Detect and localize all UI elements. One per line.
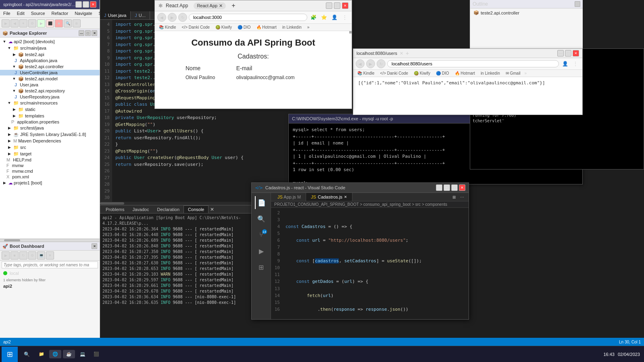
- boot-run-btn[interactable]: ▶: [2, 251, 10, 259]
- tree-help[interactable]: M HELP.md: [0, 157, 100, 163]
- eclipse-win-controls[interactable]: — □ ✕: [75, 1, 96, 8]
- taskbar-terminal[interactable]: ⬛: [90, 350, 102, 358]
- toolbar-btn-debug[interactable]: ⬛: [46, 19, 54, 27]
- h-scrollbar[interactable]: [0, 239, 100, 241]
- h-scrollbar-thumb[interactable]: [100, 202, 124, 205]
- toolbar-btn-2[interactable]: ◀: [10, 19, 19, 27]
- api-maximize[interactable]: □: [565, 50, 571, 56]
- tab-console[interactable]: Console: [183, 205, 208, 213]
- bookmark-dio[interactable]: 🔵 DIO: [236, 25, 252, 30]
- tree-projeto1[interactable]: ▶ ☁ projeto1 [boot]: [0, 180, 100, 186]
- bm-hotmart[interactable]: 🔥 Hotmart: [453, 71, 477, 76]
- vscode-search-icon[interactable]: 🔍: [255, 212, 268, 225]
- tree-user-java[interactable]: J User.java: [0, 82, 100, 88]
- tree-api-app[interactable]: J ApiApplication.java: [0, 58, 100, 63]
- tree-jre[interactable]: ▶ ☕ JRE System Library [JavaSE-1.8]: [0, 131, 100, 138]
- vscode-minimize[interactable]: —: [436, 184, 442, 191]
- vscode-close[interactable]: ✕: [459, 184, 465, 191]
- bookmark-linkedin[interactable]: in Linkedin: [281, 25, 303, 30]
- menu-source[interactable]: Source: [28, 10, 48, 17]
- outline-close[interactable]: ✕: [575, 1, 580, 7]
- tree-user-controller[interactable]: J UserController.java: [0, 70, 100, 75]
- toolbar-btn-4[interactable]: ⚙: [28, 19, 36, 27]
- tree-app-props[interactable]: P application.properties: [0, 119, 100, 125]
- bm-kiwify[interactable]: 🥝 Kiwify: [412, 71, 432, 76]
- api-menu-btn[interactable]: ⋮: [571, 59, 580, 68]
- maximize-btn[interactable]: □: [83, 1, 89, 8]
- editor-h-scrollbar[interactable]: [100, 202, 253, 205]
- pkg-close[interactable]: ✕: [92, 30, 97, 36]
- toolbar-btn-1[interactable]: ▶: [2, 19, 10, 27]
- tree-templates[interactable]: ▶ 📁 templates: [0, 113, 100, 119]
- bookmarks-more[interactable]: »: [306, 25, 311, 30]
- react-browser-minimize[interactable]: —: [326, 2, 332, 9]
- toolbar-btn-3[interactable]: ✦: [19, 19, 27, 27]
- bookmark-hotmart[interactable]: 🔥 Hotmart: [255, 25, 278, 30]
- tree-pkg-api[interactable]: ▶ 📦 teste2.api: [0, 51, 100, 58]
- react-url-bar[interactable]: [189, 14, 307, 21]
- boot-settings-btn[interactable]: ⚙: [28, 251, 36, 259]
- tree-mvnw-cmd[interactable]: F mvnw.cmd: [0, 168, 100, 174]
- api-forward-btn[interactable]: ▶: [366, 59, 375, 68]
- api-tab-close[interactable]: ✕: [400, 51, 403, 56]
- vscode-restore[interactable]: ❐: [444, 184, 450, 191]
- vscode-git-icon[interactable]: ⑂ 14: [255, 228, 268, 241]
- editor-split-btn[interactable]: ⊞: [451, 194, 457, 200]
- vscode-debug-icon[interactable]: ▶: [255, 245, 268, 257]
- tree-mvnw[interactable]: F mvnw: [0, 163, 100, 168]
- tree-src-test[interactable]: ▶ 📁 src/test/java: [0, 125, 100, 131]
- pkg-minimize[interactable]: —: [79, 30, 84, 36]
- bookmark-kindle[interactable]: 📚 Kindle: [157, 25, 178, 30]
- minimize-btn[interactable]: —: [75, 1, 82, 8]
- editor-tab-user-controller[interactable]: J U...: [131, 11, 150, 19]
- tab-problems[interactable]: Problems: [102, 206, 128, 213]
- extensions-btn[interactable]: 🧩: [309, 13, 318, 22]
- tree-src[interactable]: ▶ 📁 src: [0, 144, 100, 151]
- tree-pom[interactable]: X pom.xml: [0, 174, 100, 180]
- boot-server-item[interactable]: local: [0, 269, 100, 277]
- profile-btn[interactable]: 👤: [330, 13, 339, 22]
- api-close[interactable]: ✕: [573, 50, 579, 56]
- h-scrollbar-thumb[interactable]: [4, 239, 20, 241]
- toolbar-btn-5[interactable]: ⊕: [73, 19, 81, 27]
- menu-btn[interactable]: ⋮: [340, 13, 349, 22]
- vscode-extensions-icon[interactable]: ⊞: [255, 261, 268, 274]
- react-browser-close[interactable]: ✕: [342, 2, 348, 9]
- boot-refresh-btn[interactable]: ↻: [19, 251, 27, 259]
- tree-pkg-model[interactable]: ▼ 📦 teste2.api.model: [0, 75, 100, 82]
- tree-user-repo[interactable]: J UserRepository.java: [0, 94, 100, 100]
- refresh-btn[interactable]: ↻: [178, 13, 187, 22]
- toolbar-btn-run[interactable]: ▶: [37, 19, 45, 27]
- api-profile-btn[interactable]: 👤: [561, 59, 569, 68]
- bm-more[interactable]: »: [525, 71, 527, 75]
- menu-edit[interactable]: Edit: [14, 10, 28, 17]
- tab-javadoc[interactable]: Javadoc: [128, 206, 153, 213]
- react-browser-tab[interactable]: React App ✕: [194, 2, 226, 9]
- taskbar-vscode[interactable]: 💻: [77, 350, 89, 358]
- bookmark-danki[interactable]: </> Danki Code: [180, 25, 212, 30]
- tab-declaration[interactable]: Declaration: [153, 206, 183, 213]
- menu-refactor[interactable]: Refactor: [48, 10, 72, 17]
- tree-src-main[interactable]: ▼ 📁 src/main/java: [0, 45, 100, 51]
- api-back-btn[interactable]: ◀: [356, 59, 365, 68]
- start-button[interactable]: ⊞: [2, 347, 18, 362]
- tree-maven[interactable]: ▶ M Maven Dependencies: [0, 138, 100, 144]
- console-close-btn[interactable]: ✕: [210, 207, 214, 212]
- bm-dio[interactable]: 🔵 DIO: [434, 71, 451, 76]
- taskbar-file-explorer[interactable]: 📁: [35, 350, 48, 358]
- outline-item[interactable]: 📦 teste2.api.controller: [473, 10, 579, 15]
- taskbar-eclipse[interactable]: ☕: [63, 350, 75, 358]
- bm-linkedin[interactable]: in Linkedin: [479, 71, 502, 76]
- boot-console-btn[interactable]: 💻: [37, 251, 45, 259]
- tree-static[interactable]: ▶ 📁 static: [0, 106, 100, 113]
- react-browser-maximize[interactable]: □: [334, 2, 340, 9]
- bookmark-kiwify[interactable]: 🥝 Kiwify: [214, 25, 233, 30]
- new-tab-btn[interactable]: +: [231, 2, 235, 9]
- vscode-code-content[interactable]: const Cadastros = () => { const url = "h…: [282, 208, 469, 319]
- toolbar-btn-stop[interactable]: ■: [55, 19, 63, 27]
- bm-danki[interactable]: </> Danki Code: [379, 71, 410, 76]
- pkg-maximize[interactable]: □: [85, 30, 91, 36]
- back-btn[interactable]: ◀: [157, 13, 166, 22]
- boot-close-btn[interactable]: ✕: [92, 243, 97, 249]
- boot-filter-btn[interactable]: ▼: [46, 251, 54, 259]
